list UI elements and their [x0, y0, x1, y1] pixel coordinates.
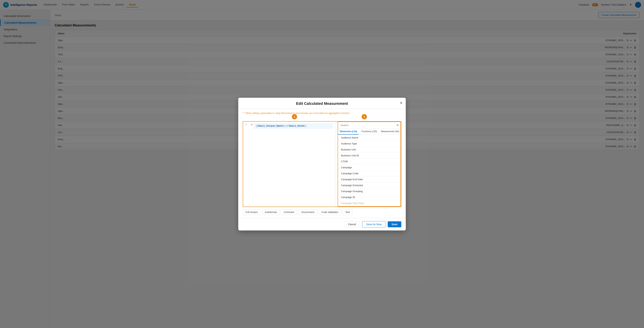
modal-overlay: Edit Calculated Measurement ✕ * * When s…: [0, 0, 644, 328]
search-bar: ✕: [338, 122, 400, 129]
dimension-items-list: Audience Name Audience Type Business Uni…: [338, 135, 400, 206]
list-item[interactable]: Campaign ID: [338, 194, 400, 200]
list-item[interactable]: Campaign Grouping: [338, 188, 400, 194]
edit-calculated-measurement-modal: Edit Calculated Measurement ✕ * * When s…: [238, 98, 406, 230]
list-item[interactable]: Audience Type: [338, 141, 400, 147]
comment-button[interactable]: Comment: [281, 209, 297, 215]
list-item[interactable]: Campaign Start Date...: [338, 200, 400, 206]
list-item[interactable]: Campaign Code: [338, 170, 400, 176]
full-screen-button[interactable]: Full Screen: [243, 209, 260, 215]
autoformat-button[interactable]: Autoformat: [262, 209, 280, 215]
code-editor-content[interactable]: [Email_Unique_Opens]/[Email_Sends]: [254, 123, 333, 129]
modal-header: Edit Calculated Measurement ✕: [238, 98, 406, 109]
right-panel: ✕ Dimension (114) Functions (125) Measur…: [338, 122, 401, 207]
code-line-1: 1 ▶ [Email_Unique_Opens]/[Email_Sends]: [243, 122, 335, 130]
list-item[interactable]: CTOR: [338, 158, 400, 164]
list-item[interactable]: Business Unit: [338, 147, 400, 153]
list-item[interactable]: Audience Name: [338, 135, 400, 141]
right-panel-inner: ✕ Dimension (114) Functions (125) Measur…: [338, 122, 401, 207]
modal-body: * * When setting a granularity or using …: [238, 109, 406, 218]
step-badges-row: 1 2: [243, 117, 401, 120]
dimension-tabs: Dimension (114) Functions (125) Measurem…: [338, 129, 400, 135]
list-item[interactable]: Business Unit ID: [338, 153, 400, 158]
code-pane[interactable]: 1 ▶ [Email_Unique_Opens]/[Email_Sends]: [243, 122, 336, 207]
code-validation-button[interactable]: Code Validation: [319, 209, 341, 215]
modal-title: Edit Calculated Measurement: [243, 102, 401, 106]
uncomment-button[interactable]: Uncomment: [298, 209, 317, 215]
list-item[interactable]: Campaign Extracted: [338, 182, 400, 188]
editor-area: 1 ▶ [Email_Unique_Opens]/[Email_Sends] ✕: [243, 121, 401, 207]
cancel-button[interactable]: Cancel: [344, 221, 360, 228]
modal-footer: Cancel Save As New Save: [238, 218, 406, 230]
editor-toolbar: Full Screen Autoformat Comment Uncomment…: [243, 209, 401, 215]
step-2-badge: 2: [362, 114, 367, 119]
save-button[interactable]: Save: [388, 221, 401, 227]
modal-note: * * When setting a granularity or using …: [243, 112, 401, 114]
search-input[interactable]: [340, 123, 396, 127]
step-1-badge: 1: [292, 114, 297, 119]
save-as-new-button[interactable]: Save As New: [362, 221, 386, 228]
search-clear-icon[interactable]: ✕: [396, 124, 399, 127]
list-item[interactable]: Campaign: [338, 164, 400, 170]
asterisk-icon: *: [243, 112, 244, 114]
tab-measurement[interactable]: Measurement (64): [380, 129, 400, 134]
tab-functions[interactable]: Functions (125): [359, 129, 380, 134]
list-item[interactable]: Campaign End Date: [338, 176, 400, 182]
test-button[interactable]: Test: [343, 209, 353, 215]
modal-close-button[interactable]: ✕: [400, 101, 403, 105]
tab-dimension[interactable]: Dimension (114): [338, 129, 359, 134]
